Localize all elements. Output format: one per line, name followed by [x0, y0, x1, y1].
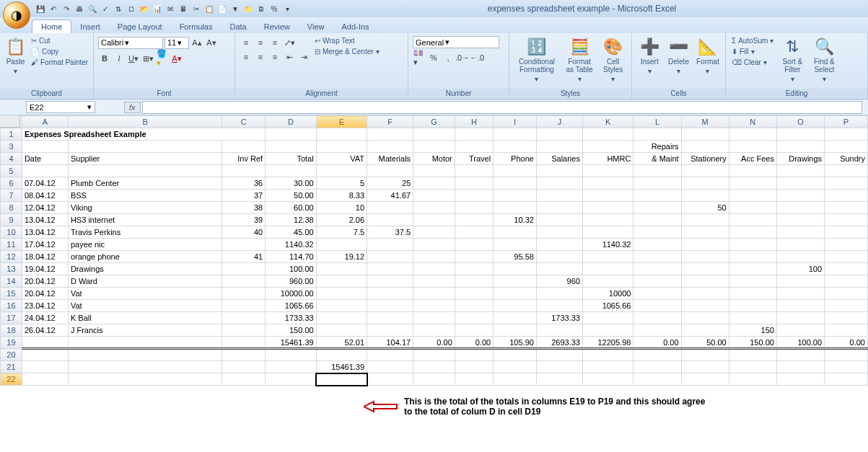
cell-C19[interactable]: [222, 337, 266, 349]
cell-G19[interactable]: 0.00: [413, 337, 455, 349]
cell-K11[interactable]: 1140.32: [582, 239, 633, 251]
cell-K10[interactable]: [582, 226, 633, 239]
cell-N5[interactable]: [729, 165, 776, 177]
cell-P9[interactable]: [825, 214, 868, 226]
copy-icon[interactable]: 📋: [203, 3, 215, 14]
cell-L17[interactable]: [634, 312, 681, 324]
cell-F12[interactable]: [367, 251, 413, 263]
cell-C8[interactable]: 38: [222, 202, 266, 214]
cell-I15[interactable]: [494, 288, 537, 300]
cell-N14[interactable]: [729, 275, 776, 288]
cell-G17[interactable]: [413, 312, 455, 324]
row-header-12[interactable]: 12: [1, 251, 22, 263]
cell-N21[interactable]: [729, 361, 776, 373]
cell-O15[interactable]: [776, 288, 824, 300]
cell-P11[interactable]: [825, 239, 868, 251]
spreadsheet-grid[interactable]: ABCDEFGHIJKLMNOP1Expenses Spreadsheet Ex…: [0, 115, 868, 386]
cell-C6[interactable]: 36: [222, 177, 266, 190]
cell-C18[interactable]: [222, 324, 266, 337]
cell-A5[interactable]: [22, 165, 68, 177]
autosum-button[interactable]: ΣAutoSum ▾: [730, 36, 775, 45]
cell-H18[interactable]: [455, 324, 493, 337]
spell-icon[interactable]: ✓: [100, 3, 111, 14]
cell-D15[interactable]: 10000.00: [266, 288, 316, 300]
cell-C3[interactable]: [222, 141, 266, 153]
cell-H4[interactable]: Travel: [455, 153, 493, 165]
cell-G22[interactable]: [413, 373, 455, 386]
cell-I8[interactable]: [494, 202, 537, 214]
cell-H16[interactable]: [455, 300, 493, 312]
cell-F1[interactable]: [367, 128, 413, 141]
cell-I16[interactable]: [494, 300, 537, 312]
cell-B16[interactable]: Vat: [68, 300, 222, 312]
row-header-22[interactable]: 22: [1, 373, 22, 386]
col-header-M[interactable]: M: [681, 116, 729, 128]
cell-E15[interactable]: [316, 288, 367, 300]
cell-B20[interactable]: [68, 349, 222, 361]
cell-K14[interactable]: [582, 275, 633, 288]
row-header-4[interactable]: 4: [1, 153, 22, 165]
cell-G21[interactable]: [413, 361, 455, 373]
row-header-14[interactable]: 14: [1, 275, 22, 288]
cell-L19[interactable]: 0.00: [634, 337, 681, 349]
cell-K1[interactable]: [582, 128, 633, 141]
row-header-15[interactable]: 15: [1, 288, 22, 300]
select-all-corner[interactable]: [0, 115, 20, 128]
cell-K15[interactable]: 10000: [582, 288, 633, 300]
cell-N8[interactable]: [729, 202, 776, 214]
cell-C7[interactable]: 37: [222, 190, 266, 202]
cell-J5[interactable]: [536, 165, 582, 177]
cell-P22[interactable]: [825, 373, 868, 386]
cell-A21[interactable]: [22, 361, 68, 373]
row-header-3[interactable]: 3: [1, 141, 22, 153]
cell-P10[interactable]: [825, 226, 868, 239]
cell-I19[interactable]: 105.90: [494, 337, 537, 349]
cell-G5[interactable]: [413, 165, 455, 177]
cell-M17[interactable]: [681, 312, 729, 324]
cell-D22[interactable]: [266, 373, 316, 386]
cell-D1[interactable]: [266, 128, 316, 141]
cell-E20[interactable]: [316, 349, 367, 361]
cell-K9[interactable]: [582, 214, 633, 226]
cell-N12[interactable]: [729, 251, 776, 263]
cell-K19[interactable]: 12205.98: [582, 337, 633, 349]
cell-M13[interactable]: [681, 263, 729, 275]
cell-H6[interactable]: [455, 177, 493, 190]
cell-D4[interactable]: Total: [266, 153, 316, 165]
row-header-13[interactable]: 13: [1, 263, 22, 275]
decrease-decimal-button[interactable]: ←.0: [470, 51, 483, 64]
cell-B6[interactable]: Plumb Center: [68, 177, 222, 190]
cell-P8[interactable]: [825, 202, 868, 214]
cell-D18[interactable]: 150.00: [266, 324, 316, 337]
cell-K21[interactable]: [582, 361, 633, 373]
cell-D7[interactable]: 50.00: [266, 190, 316, 202]
formula-input[interactable]: [142, 101, 862, 114]
cell-H11[interactable]: [455, 239, 493, 251]
merge-center-button[interactable]: ⊟Merge & Center ▾: [313, 47, 381, 56]
row-header-17[interactable]: 17: [1, 312, 22, 324]
cell-L8[interactable]: [634, 202, 681, 214]
cell-C5[interactable]: [222, 165, 266, 177]
cell-E22[interactable]: [316, 373, 367, 386]
cell-D11[interactable]: 1140.32: [266, 239, 316, 251]
col-header-D[interactable]: D: [266, 116, 316, 128]
cell-N17[interactable]: [729, 312, 776, 324]
cell-N11[interactable]: [729, 239, 776, 251]
cell-P4[interactable]: Sundry: [825, 153, 868, 165]
cell-P13[interactable]: [825, 263, 868, 275]
tab-insert[interactable]: Insert: [71, 20, 109, 33]
sort-icon[interactable]: ⇅: [113, 3, 124, 14]
col-header-H[interactable]: H: [455, 116, 493, 128]
row-header-9[interactable]: 9: [1, 214, 22, 226]
col-header-N[interactable]: N: [729, 116, 776, 128]
cell-N19[interactable]: 150.00: [729, 337, 776, 349]
cell-B8[interactable]: Viking: [68, 202, 222, 214]
cell-F18[interactable]: [367, 324, 413, 337]
cell-J16[interactable]: [536, 300, 582, 312]
cell-I12[interactable]: 95.58: [494, 251, 537, 263]
cell-M10[interactable]: [681, 226, 729, 239]
cell-D13[interactable]: 100.00: [266, 263, 316, 275]
cell-J13[interactable]: [536, 263, 582, 275]
cell-B14[interactable]: D Ward: [68, 275, 222, 288]
cell-K5[interactable]: [582, 165, 633, 177]
